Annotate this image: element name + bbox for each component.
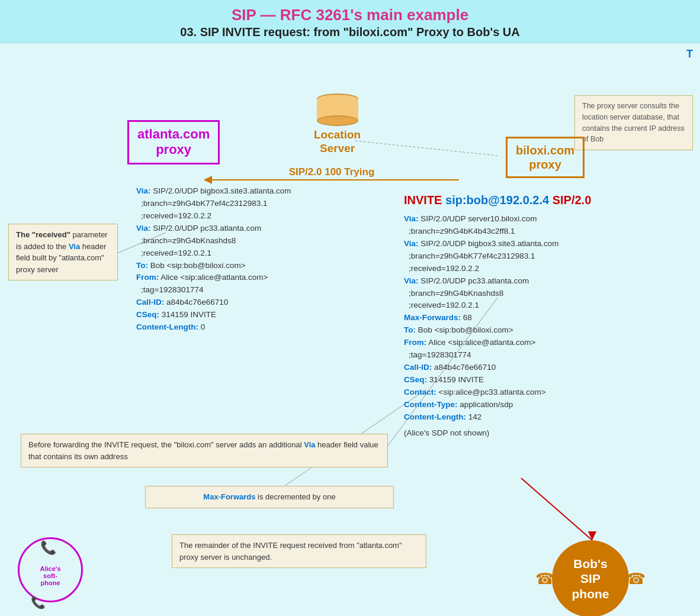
invite-via2-received: ;received=192.0.2.2 [404,263,688,275]
invite-from: From: Alice <sip:alice@atlanta.com> [404,337,688,349]
left-to: To: Bob <sip:bob@biloxi.com> [136,260,291,272]
location-server-label: Location Server [314,128,361,156]
left-via1: Via: SIP/2.0/UDP bigbox3.site3.atlanta.c… [136,185,291,198]
svg-line-3 [521,478,592,540]
note-proxy-consults: The proxy server consults the location s… [574,95,693,150]
left-contentlength: Content-Length: 0 [136,321,291,334]
biloxi-proxy-box: biloxi.com proxy [506,137,585,178]
svg-line-0 [355,141,497,156]
invite-via3: Via: SIP/2.0/UDP pc33.atlanta.com [404,275,688,288]
note-max-forwards: Max-Forwards is decremented by one [145,486,394,508]
left-from-tag: ;tag=1928301774 [136,284,291,296]
invite-cseq: CSeq: 314159 INVITE [404,374,688,386]
left-via2-received: ;received=192.0.2.1 [136,247,291,260]
bob-phone: Bob'sSIPphone ☎ ☎ [552,540,664,616]
bob-circle: Bob'sSIPphone ☎ ☎ [552,540,629,616]
main-title: SIP — RFC 3261's main example [0,6,700,24]
alice-phone-top-icon: 📞 [40,540,56,556]
invite-via1: Via: SIP/2.0/UDP server10.biloxi.com [404,213,688,225]
cylinder-icon [317,93,358,126]
left-cseq: CSeq: 314159 INVITE [136,309,291,321]
cyl-bottom [317,115,358,126]
invite-from-tag: ;tag=1928301774 [404,349,688,362]
note-forwarding: Before forwarding the INVITE request, th… [21,434,388,467]
t-marker: T [686,48,693,60]
invite-sdp-note: (Alice's SDP not shown) [404,427,688,440]
invite-via3-branch: ;branch=z9hG4bKnashds8 [404,288,688,300]
diagram-area: Location Server The proxy server consult… [0,43,700,616]
location-server: Location Server [314,93,361,156]
sub-title: 03. SIP INVITE request: from "biloxi.com… [0,25,700,39]
invite-via2: Via: SIP/2.0/UDP bigbox3.site3.atlanta.c… [404,238,688,250]
bob-phone-label: Bob'sSIPphone [572,556,609,601]
invite-via3-received: ;received=192.0.2.1 [404,299,688,312]
atlanta-proxy-box: atlanta.com proxy [127,120,220,165]
invite-block: INVITE sip:bob@192.0.2.4 SIP/2.0 Via: SI… [404,191,688,440]
invite-contenttype: Content-Type: application/sdp [404,399,688,411]
biloxi-proxy-label: biloxi.com proxy [516,143,574,172]
bob-phone-left-icon: ☎ [535,570,554,588]
left-via2: Via: SIP/2.0/UDP pc33.atlanta.com [136,222,291,235]
alice-label: Alice'ssoft-phone [40,565,60,586]
left-from: From: Alice <sip:alice@atlanta.com> [136,272,291,284]
atlanta-proxy-label: atlanta.com proxy [137,127,210,158]
alice-phone-bottom-icon: 📞 [31,595,46,609]
note-received: The "received" parameter is added to the… [8,224,118,280]
left-via1-branch: ;branch=z9hG4bK77ef4c2312983.1 [136,198,291,210]
note-remainder: The remainder of the INVITE request rece… [172,534,426,568]
invite-contact: Contact: <sip:alice@pc33.atlanta.com> [404,386,688,399]
svg-marker-4 [588,531,596,540]
left-via2-branch: ;branch=z9hG4bKnashds8 [136,235,291,247]
left-message-block: Via: SIP/2.0/UDP bigbox3.site3.atlanta.c… [136,185,291,334]
left-via1-received: ;received=192.0.2.2 [136,210,291,222]
trying-arrow-line [204,179,459,180]
trying-arrow-container: SIP/2.0 100 Trying [204,166,459,180]
alice-phone: Alice'ssoft-phone 📞 📞 [18,537,101,616]
invite-via2-branch: ;branch=z9hG4bK77ef4c2312983.1 [404,250,688,263]
invite-to: To: Bob <sip:bob@biloxi.com> [404,324,688,337]
invite-title: INVITE sip:bob@192.0.2.4 SIP/2.0 [404,191,688,209]
invite-via1-branch: ;branch=z9hG4bK4b43c2ff8.1 [404,225,688,238]
trying-arrow-label: SIP/2.0 100 Trying [204,166,459,178]
title-bar: SIP — RFC 3261's main example 03. SIP IN… [0,0,700,43]
bob-phone-right-icon: ☎ [627,570,646,588]
arrow-left-head [204,176,212,184]
invite-callid: Call-ID: a84b4c76e66710 [404,362,688,374]
invite-contentlength: Content-Length: 142 [404,411,688,424]
invite-maxforwards: Max-Forwards: 68 [404,312,688,324]
left-callid: Call-ID: a84b4c76e66710 [136,296,291,309]
